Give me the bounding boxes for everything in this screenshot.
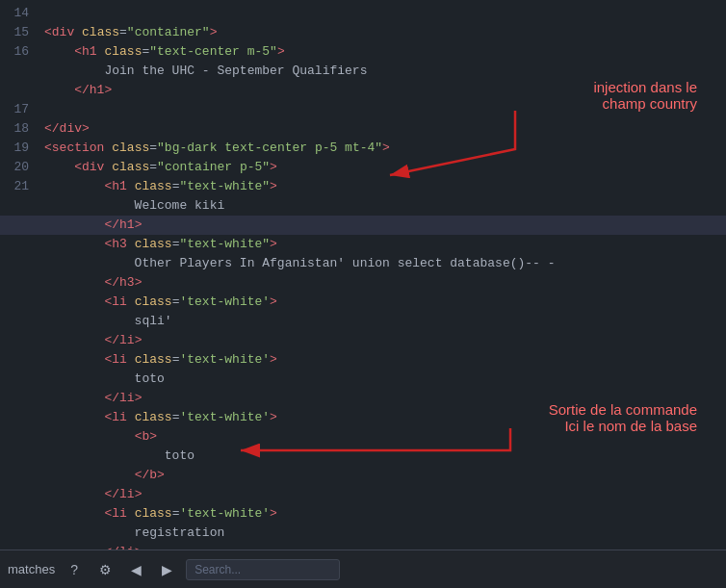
code-editor: 14 15 <div class="container"> 16 <h1 cla…	[0, 0, 726, 550]
help-button[interactable]: ?	[63, 558, 86, 581]
code-line: Join the UHC - September Qualifiers	[0, 62, 726, 81]
code-line: </h3>	[0, 273, 726, 293]
code-line: </li>	[0, 389, 726, 408]
code-line: <li class='text-white'>	[0, 293, 726, 312]
matches-label: matches	[8, 562, 55, 576]
code-line: toto	[0, 370, 726, 389]
code-line: 16 <h1 class="text-center m-5">	[0, 42, 726, 62]
code-line: </li>	[0, 331, 726, 350]
code-line: sqli'	[0, 312, 726, 331]
bottom-bar: matches ? ⚙ ◀ ▶	[0, 550, 726, 588]
code-line: </li>	[0, 543, 726, 550]
code-line: <h3 class="text-white">	[0, 235, 726, 254]
code-line: toto	[0, 447, 726, 466]
code-line: 17	[0, 100, 726, 119]
code-line-highlighted: </h1>	[0, 216, 726, 235]
code-line: <li class='text-white'>	[0, 408, 726, 427]
code-line: 15 <div class="container">	[0, 23, 726, 42]
code-line: </li>	[0, 485, 726, 504]
forward-button[interactable]: ▶	[155, 558, 178, 581]
back-button[interactable]: ◀	[124, 558, 147, 581]
code-line: Other Players In Afganistan' union selec…	[0, 254, 726, 273]
code-line: 18 </div>	[0, 119, 726, 139]
settings-button[interactable]: ⚙	[93, 558, 117, 581]
code-line: Welcome kiki	[0, 196, 726, 216]
code-line: 20 <div class="container p-5">	[0, 158, 726, 177]
code-line: </h1>	[0, 81, 726, 100]
code-line: 19 <section class="bg-dark text-center p…	[0, 139, 726, 158]
code-line: <li class='text-white'>	[0, 350, 726, 370]
code-line: registration	[0, 524, 726, 543]
code-line: <li class='text-white'>	[0, 504, 726, 524]
code-line: 21 <h1 class="text-white">	[0, 177, 726, 196]
search-input[interactable]	[186, 559, 340, 580]
code-line: <b>	[0, 427, 726, 447]
code-line: </b>	[0, 466, 726, 485]
code-line: 14	[0, 4, 726, 23]
